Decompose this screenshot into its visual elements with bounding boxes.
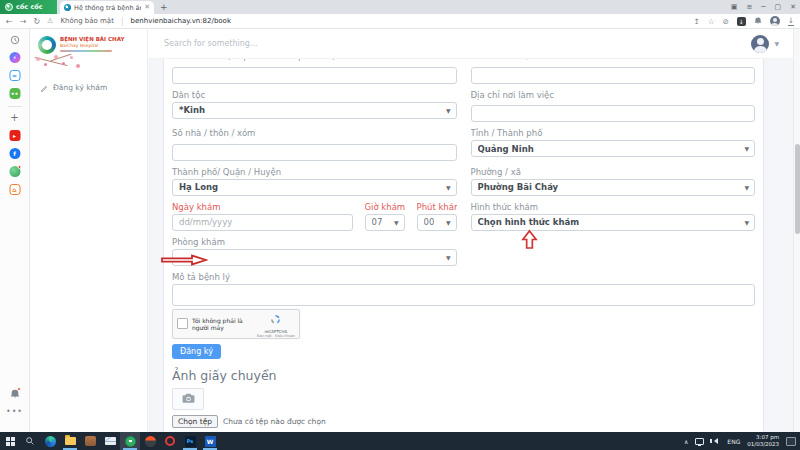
download-manager-icon[interactable]: ↓ [737, 17, 746, 26]
back-icon[interactable]: ← [6, 17, 13, 26]
exam-method-select[interactable]: Chọn hình thức khám▼ [471, 214, 756, 231]
start-button[interactable] [0, 432, 20, 450]
hospital-logo-title: BỆNH VIỆN BÃI CHÁY [60, 36, 124, 43]
taskbar-search-icon[interactable] [20, 432, 40, 450]
recaptcha-terms[interactable]: Bảo mật - Điều khoản [257, 334, 295, 338]
rail-bell-icon[interactable] [10, 388, 20, 399]
select-caret-icon: ▼ [446, 219, 451, 226]
file-explorer-icon[interactable] [60, 432, 80, 450]
ward-select[interactable]: Phường Bãi Cháy▼ [471, 179, 756, 196]
select-caret-icon: ▼ [744, 219, 749, 226]
vertical-scrollbar[interactable] [793, 29, 800, 432]
bhyt-card-input[interactable] [172, 67, 457, 84]
language-indicator[interactable]: ENG [727, 438, 740, 445]
disease-desc-textarea[interactable] [172, 284, 755, 306]
search-input[interactable] [164, 39, 364, 48]
browser-tab[interactable]: Hệ thống trả bệnh án trực tu ✕ [60, 1, 154, 14]
brave-icon[interactable] [140, 432, 160, 450]
downloads-icon[interactable]: ↓ [788, 16, 794, 26]
word-icon[interactable]: W [200, 432, 220, 450]
tray-chevron-icon[interactable]: ∧ [684, 438, 688, 445]
reload-icon[interactable]: ↻ [33, 17, 40, 26]
district-label: Thành phố/ Quận / Huyện [172, 167, 457, 177]
notification-center-icon[interactable] [786, 437, 796, 446]
security-label[interactable]: Không bảo mật [60, 17, 114, 25]
windows-taskbar: Ps W ∧ ENG 3:07 pm 01/03/2023 [0, 432, 800, 450]
close-button[interactable]: ✕ [790, 3, 796, 11]
district-select[interactable]: Hạ Long▼ [172, 179, 457, 196]
user-avatar[interactable] [751, 35, 769, 53]
url-text[interactable]: benhvienbaichay.vn:82/book [131, 17, 231, 25]
recaptcha-text: Tôi không phải là người máy [192, 317, 248, 331]
rail-more-icon[interactable]: ••• [6, 407, 23, 416]
sidebar-item-dang-ky-kham[interactable]: Đăng ký khám [40, 78, 147, 97]
facebook-icon[interactable]: f [9, 148, 20, 159]
app-box-icon[interactable] [80, 432, 100, 450]
house-input[interactable] [172, 144, 457, 161]
ethnic-label: Dân tộc [172, 90, 457, 100]
sidebar-item-label: Đăng ký khám [53, 83, 107, 92]
minimize-button[interactable]: ─ [761, 3, 765, 11]
browser-profile-avatar[interactable] [770, 16, 780, 26]
exam-room-label: Phòng khám [172, 237, 457, 247]
province-select[interactable]: Quảng Ninh▼ [471, 140, 756, 157]
mail-icon[interactable] [100, 432, 120, 450]
ward-label: Phường / xã [471, 167, 756, 177]
exam-minute-select[interactable]: 00▼ [417, 214, 457, 231]
photoshop-icon[interactable]: Ps [180, 432, 200, 450]
maximize-button[interactable]: ▢ [775, 3, 782, 11]
forward-icon[interactable]: → [20, 17, 27, 26]
coccoc-taskbar-icon[interactable] [120, 432, 140, 450]
tab-search-icon[interactable]: ≡ [746, 3, 752, 11]
recaptcha-checkbox[interactable] [177, 318, 188, 329]
select-caret-icon: ▼ [394, 219, 399, 226]
edge-icon[interactable] [40, 432, 60, 450]
history-icon[interactable] [10, 35, 20, 45]
cmnd-label: Số thẻ CMND/ Thẻ căn cước [471, 59, 756, 61]
share-icon[interactable]: ↥ [693, 17, 699, 26]
bookmark-star-icon[interactable]: ☆ [708, 17, 715, 26]
new-tab-button[interactable]: + [160, 0, 168, 14]
recaptcha-widget: Tôi không phải là người máy reCAPTCHA Bả… [172, 309, 300, 339]
messenger-icon[interactable]: ⚡ [9, 52, 20, 63]
shop-icon[interactable]: ⌂ [9, 184, 20, 195]
exam-hour-label: Giờ khám [365, 202, 405, 212]
speaker-icon[interactable] [711, 438, 718, 444]
file-status-text: Chưa có tệp nào được chọn [223, 417, 326, 426]
id-card-input[interactable] [471, 67, 756, 84]
select-caret-icon: ▼ [446, 254, 451, 261]
exam-room-select[interactable]: ▼ [172, 249, 457, 266]
chevron-down-icon[interactable]: ▼ [774, 40, 779, 47]
add-shortcut-icon[interactable]: + [10, 112, 18, 123]
media-panel-icon[interactable]: ▣ [731, 3, 738, 11]
register-button[interactable]: Đăng ký [172, 344, 221, 359]
coccoc-brand-label: cốc cốc [16, 3, 43, 11]
browser-side-rail: ⚡ ≈ •• + ▸ f ⌂ ••• [0, 29, 30, 432]
tab-close-icon[interactable]: ✕ [144, 1, 150, 14]
scrollbar-thumb[interactable] [795, 144, 800, 234]
not-secure-warning-icon[interactable]: ⚠ [47, 17, 53, 25]
province-label: Tỉnh / Thành phố [471, 128, 756, 138]
photo-placeholder[interactable] [172, 388, 204, 410]
network-icon[interactable] [695, 438, 704, 445]
choose-file-button[interactable]: Chọn tệp [172, 415, 218, 428]
rail-divider [8, 106, 22, 107]
exam-date-label: Ngày khám [172, 202, 353, 212]
exam-date-input[interactable]: dd/mm/yyyy [172, 214, 353, 231]
ethnic-select[interactable]: *Kinh▼ [172, 102, 457, 119]
system-clock[interactable]: 3:07 pm 01/03/2023 [747, 434, 779, 448]
youtube-icon[interactable]: ▸ [9, 130, 20, 141]
exam-hour-select[interactable]: 07▼ [365, 214, 405, 231]
workplace-input[interactable] [471, 105, 756, 122]
adblock-icon[interactable]: ⊘ [722, 17, 728, 26]
browser-tabbar: cốc cốc Hệ thống trả bệnh án trực tu ✕ +… [0, 0, 800, 14]
games-icon[interactable]: •• [9, 88, 20, 99]
coccoc-brand[interactable]: cốc cốc [0, 0, 57, 14]
opera-icon[interactable] [160, 432, 180, 450]
page-header: ▼ [148, 29, 793, 59]
coccoc-globe-icon[interactable] [9, 166, 20, 177]
tab-favicon-icon [64, 4, 71, 11]
exam-minute-label: Phút khám [417, 202, 457, 212]
newsfeed-icon[interactable]: ≈ [9, 70, 20, 81]
notifications-bell-icon[interactable] [754, 16, 762, 27]
